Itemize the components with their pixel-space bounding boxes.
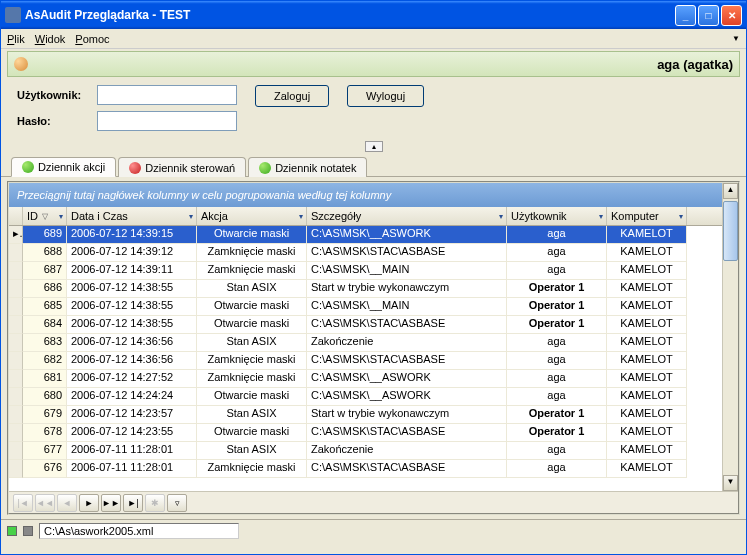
table-row[interactable]: 6812006-07-12 14:27:52Zamknięcie maskiC:…	[9, 370, 738, 388]
row-indicator	[9, 388, 23, 406]
tab-label: Dziennik notatek	[275, 162, 356, 174]
cell: 679	[23, 406, 67, 424]
maximize-button[interactable]: □	[698, 5, 719, 26]
row-indicator	[9, 298, 23, 316]
cell: 2006-07-12 14:23:55	[67, 424, 197, 442]
nav-first-button[interactable]: |◄	[13, 494, 33, 512]
cell: Operator 1	[507, 406, 607, 424]
cell: 2006-07-12 14:39:12	[67, 244, 197, 262]
nav-bookmark-button[interactable]: ✱	[145, 494, 165, 512]
cell: Operator 1	[507, 424, 607, 442]
table-row[interactable]: 6802006-07-12 14:24:24Otwarcie maskiC:\A…	[9, 388, 738, 406]
cell: Otwarcie maski	[197, 316, 307, 334]
col-id[interactable]: ID▽▾	[23, 207, 67, 225]
status-bar: C:\As\aswork2005.xml	[1, 519, 746, 541]
cell: aga	[507, 442, 607, 460]
table-row[interactable]: 6792006-07-12 14:23:57Stan ASIXStart w t…	[9, 406, 738, 424]
cell: C:\AS\MSK\__ASWORK	[307, 388, 507, 406]
menu-view[interactable]: Widok	[35, 33, 66, 45]
cell: Stan ASIX	[197, 280, 307, 298]
cell: 689	[23, 226, 67, 244]
cell: 2006-07-12 14:38:55	[67, 298, 197, 316]
col-datetime[interactable]: Data i Czas▾	[67, 207, 197, 225]
minimize-button[interactable]: _	[675, 5, 696, 26]
row-indicator	[9, 424, 23, 442]
table-row[interactable]: 6832006-07-12 14:36:56Stan ASIXZakończen…	[9, 334, 738, 352]
current-user-label: aga (agatka)	[657, 57, 733, 72]
scroll-up-button[interactable]: ▲	[723, 183, 738, 199]
cell: KAMELOT	[607, 244, 687, 262]
username-input[interactable]	[97, 85, 237, 105]
tab-actions[interactable]: Dziennik akcji	[11, 157, 116, 177]
nav-next-page-button[interactable]: ►►	[101, 494, 121, 512]
cell: 685	[23, 298, 67, 316]
panel-collapse-handle[interactable]: ▴	[1, 139, 746, 152]
cell: 681	[23, 370, 67, 388]
cell: C:\AS\MSK\STAC\ASBASE	[307, 244, 507, 262]
scroll-thumb[interactable]	[723, 201, 738, 261]
cell: Otwarcie maski	[197, 226, 307, 244]
table-row[interactable]: 6822006-07-12 14:36:56Zamknięcie maskiC:…	[9, 352, 738, 370]
password-label: Hasło:	[17, 115, 97, 127]
cell: Otwarcie maski	[197, 388, 307, 406]
cell: 2006-07-12 14:39:15	[67, 226, 197, 244]
cell: 682	[23, 352, 67, 370]
user-avatar-icon	[14, 57, 28, 71]
password-input[interactable]	[97, 111, 237, 131]
cell: 687	[23, 262, 67, 280]
table-row[interactable]: 6762006-07-11 11:28:01Zamknięcie maskiC:…	[9, 460, 738, 478]
row-header-corner	[9, 207, 23, 225]
menu-help[interactable]: Pomoc	[75, 33, 109, 45]
col-action[interactable]: Akcja▾	[197, 207, 307, 225]
cell: 2006-07-12 14:23:57	[67, 406, 197, 424]
tab-notes[interactable]: Dziennik notatek	[248, 157, 367, 177]
table-row[interactable]: 6842006-07-12 14:38:55Otwarcie maskiC:\A…	[9, 316, 738, 334]
col-details[interactable]: Szczegóły▾	[307, 207, 507, 225]
filter-icon[interactable]: ▾	[599, 212, 603, 221]
nav-prev-button[interactable]: ◄	[57, 494, 77, 512]
col-computer[interactable]: Komputer▾	[607, 207, 687, 225]
group-by-header[interactable]: Przeciągnij tutaj nagłówek kolumny w cel…	[9, 183, 738, 207]
cell: Zakończenie	[307, 442, 507, 460]
filter-icon[interactable]: ▾	[189, 212, 193, 221]
cell: Start w trybie wykonawczym	[307, 406, 507, 424]
table-row[interactable]: 6882006-07-12 14:39:12Zamknięcie maskiC:…	[9, 244, 738, 262]
filter-icon[interactable]: ▾	[499, 212, 503, 221]
cell: 2006-07-12 14:27:52	[67, 370, 197, 388]
table-row[interactable]: 6862006-07-12 14:38:55Stan ASIXStart w t…	[9, 280, 738, 298]
logout-button[interactable]: Wyloguj	[347, 85, 424, 107]
cell: aga	[507, 352, 607, 370]
nav-filter-button[interactable]: ▿	[167, 494, 187, 512]
cell: Zakończenie	[307, 334, 507, 352]
row-indicator: ▸	[9, 226, 23, 244]
filter-icon[interactable]: ▾	[59, 212, 63, 221]
filter-icon[interactable]: ▾	[299, 212, 303, 221]
table-row[interactable]: ▸6892006-07-12 14:39:15Otwarcie maskiC:\…	[9, 226, 738, 244]
username-label: Użytkownik:	[17, 89, 97, 101]
filter-icon[interactable]: ▾	[679, 212, 683, 221]
table-row[interactable]: 6872006-07-12 14:39:11Zamknięcie maskiC:…	[9, 262, 738, 280]
vertical-scrollbar[interactable]: ▲ ▼	[722, 183, 738, 491]
scroll-down-button[interactable]: ▼	[723, 475, 738, 491]
grid-body[interactable]: ▸6892006-07-12 14:39:15Otwarcie maskiC:\…	[9, 226, 738, 491]
table-row[interactable]: 6782006-07-12 14:23:55Otwarcie maskiC:\A…	[9, 424, 738, 442]
cell: 2006-07-11 11:28:01	[67, 460, 197, 478]
menu-file[interactable]: Plik	[7, 33, 25, 45]
nav-next-button[interactable]: ►	[79, 494, 99, 512]
nav-prev-page-button[interactable]: ◄◄	[35, 494, 55, 512]
table-row[interactable]: 6772006-07-11 11:28:01Stan ASIXZakończen…	[9, 442, 738, 460]
table-row[interactable]: 6852006-07-12 14:38:55Otwarcie maskiC:\A…	[9, 298, 738, 316]
cell: C:\AS\MSK\__MAIN	[307, 298, 507, 316]
titlebar[interactable]: AsAudit Przeglądarka - TEST _ □ ✕	[1, 1, 746, 29]
close-button[interactable]: ✕	[721, 5, 742, 26]
col-user[interactable]: Użytkownik▾	[507, 207, 607, 225]
cell: 677	[23, 442, 67, 460]
nav-last-button[interactable]: ►|	[123, 494, 143, 512]
cell: KAMELOT	[607, 262, 687, 280]
cell: KAMELOT	[607, 352, 687, 370]
menu-overflow-icon[interactable]: ▼	[732, 34, 740, 43]
cell: aga	[507, 262, 607, 280]
login-button[interactable]: Zaloguj	[255, 85, 329, 107]
tab-controls[interactable]: Dziennik sterowań	[118, 157, 246, 177]
cell: Operator 1	[507, 316, 607, 334]
